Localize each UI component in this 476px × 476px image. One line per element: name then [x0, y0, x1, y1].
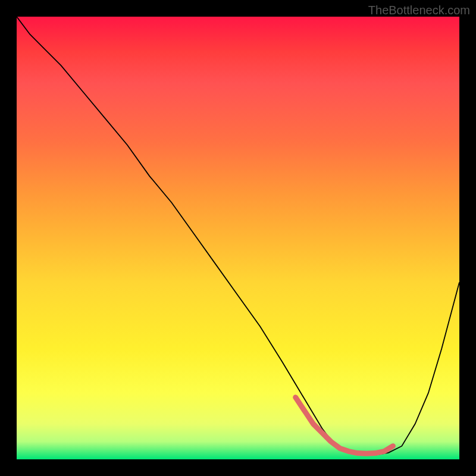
- chart-plot-area: [17, 17, 459, 459]
- watermark-text: TheBottleneck.com: [368, 4, 470, 17]
- highlight-segment: [17, 17, 459, 459]
